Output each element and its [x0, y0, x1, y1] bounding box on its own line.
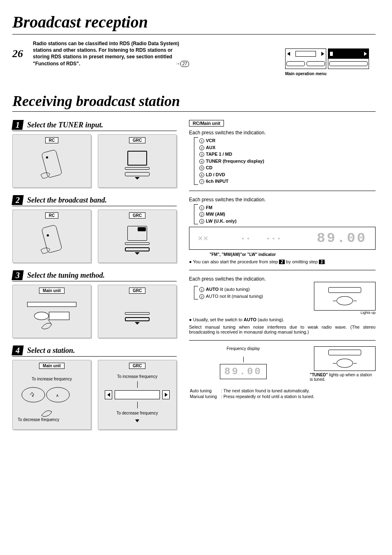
remote-icon — [33, 149, 70, 182]
band-cycle-list: 1FM 2MW (AM) 3LW (U.K. only) — [194, 204, 376, 225]
step-1-title: Select the TUNER input. — [27, 121, 103, 129]
page-number: 26 — [12, 40, 25, 76]
intro-text: Radio stations can be classified into RD… — [33, 40, 189, 76]
auto-note: ● Usually, set the switch to AUTO (auto … — [189, 317, 376, 322]
input-vcr: VCR — [206, 138, 215, 143]
svg-point-1 — [46, 156, 48, 159]
freq-lcd-value: 89.00 — [224, 366, 262, 377]
monitor-icon — [123, 151, 152, 180]
monitor-icon — [123, 226, 152, 256]
svg-rect-2 — [42, 224, 62, 253]
manual-note: Select manual tuning when noise interfer… — [189, 325, 376, 334]
press-switch-1: Each press switches the indication. — [189, 130, 376, 136]
svg-text:∨: ∨ — [31, 393, 34, 398]
panel-step4-mainunit: Main unit To increase frequency ∨ ∧ — [12, 360, 91, 430]
indicator-note: "FM", "MW(AM)"or "LW" indicator — [210, 252, 376, 257]
manual-label: Manual tuning — [190, 394, 220, 399]
unit-knob-icon — [15, 302, 88, 330]
main-menu-diagram: Main operation menu — [285, 40, 376, 76]
rocker-switch-icon: ∨ ∧ — [21, 385, 83, 405]
page-ref-icon: 27 — [180, 61, 189, 67]
panel-step3-mainunit: Main unit — [12, 285, 91, 338]
knob-icon — [337, 359, 353, 368]
step-4-number: 4 — [12, 345, 23, 355]
band-fm: FM — [206, 205, 212, 210]
label-grc: GRC — [129, 137, 145, 143]
step-3-title: Select the tuning method. — [27, 271, 105, 280]
press-switch-3: Each press switches the indication. — [189, 276, 376, 282]
remote-icon — [33, 224, 70, 257]
label-grc-2: GRC — [129, 212, 145, 219]
label-mainunit-2: Main unit — [39, 363, 65, 369]
lcd-display-band: ✕✕ ▪▪ ▪▪▪ 89.00 — [189, 227, 376, 250]
menu-panel-right — [328, 48, 369, 69]
svg-point-3 — [46, 234, 49, 237]
tuning-mode-list: 1AUTO lit (auto tuning) 2AUTO not lit (m… — [194, 286, 376, 299]
menu-caption: Main operation menu — [285, 71, 376, 76]
input-aux: AUX — [206, 145, 215, 150]
input-cycle-list: 1VCR 2AUX 3TAPE 1 / MD 4TUNER (frequency… — [194, 137, 376, 185]
tuned-note: "TUNED" lights up when a station is tune… — [310, 373, 376, 382]
panel-step4-grc: GRC To increase frequency To decrease fr… — [98, 360, 177, 430]
step-1-number: 1 — [12, 120, 23, 130]
press-switch-2: Each press switches the indication. — [189, 197, 376, 203]
intro-row: 26 Radio stations can be classified into… — [12, 40, 376, 76]
manual-desc: : Press repeatedly or hold until a stati… — [221, 394, 318, 399]
freq-display-caption: Frequency display — [189, 346, 297, 351]
tuning-table: Auto tuning : The next station found is … — [189, 387, 318, 400]
freq-display-block: Frequency display 89.00 — [189, 346, 297, 379]
lcd-dots: ▪▪ ▪▪▪ — [242, 235, 283, 242]
band-mw: MW (AM) — [206, 212, 225, 216]
input-6ch: 6ch INPUT — [206, 179, 228, 184]
omit-step-note: ● You can also start the procedure from … — [189, 259, 376, 264]
panel-step1-grc: GRC — [98, 134, 177, 188]
right-column: RC/Main unit Each press switches the ind… — [189, 117, 376, 437]
menu-panel-left — [285, 48, 326, 69]
step-4-title: Select a station. — [27, 346, 75, 355]
svg-rect-0 — [42, 149, 62, 177]
right-arrow-button[interactable] — [162, 390, 170, 399]
svg-text:∧: ∧ — [56, 393, 59, 398]
auto-label: Auto tuning — [190, 388, 220, 393]
step-3-number: 3 — [12, 270, 23, 280]
label-grc-3: GRC — [129, 288, 145, 294]
label-rc-2: RC — [45, 212, 58, 219]
left-arrow-button[interactable] — [105, 390, 112, 399]
page-title-sub: Receiving broadcast station — [12, 92, 376, 112]
input-tuner: TUNER (frequency display) — [206, 159, 264, 164]
left-column: 1 Select the TUNER input. RC GRC — [12, 117, 177, 437]
mode-manual: AUTO not lit (manual tuning) — [206, 294, 263, 299]
intro-text-body: Radio stations can be classified into RD… — [33, 41, 179, 67]
panel-step1-rc: RC — [12, 134, 91, 188]
input-cd: CD — [206, 165, 212, 170]
panel-step2-grc: GRC — [98, 210, 177, 263]
input-ld-dvd: LD / DVD — [206, 172, 225, 177]
panel-step2-rc: RC — [12, 210, 91, 263]
step-2-header: 2 Select the broadcast band. — [12, 195, 177, 206]
antenna-icon: ✕✕ — [198, 235, 208, 242]
auto-desc: : The next station found is tuned automa… — [221, 388, 318, 393]
step-1-header: 1 Select the TUNER input. — [12, 120, 177, 131]
label-grc-4: GRC — [129, 363, 145, 369]
panel-step3-grc: GRC — [98, 285, 177, 338]
step-2-title: Select the broadcast band. — [27, 196, 107, 205]
nav-arrows — [105, 390, 170, 399]
label-mainunit: Main unit — [39, 288, 65, 294]
lights-up-caption: Lights up — [189, 311, 376, 315]
lcd-freq: 89.00 — [317, 230, 367, 246]
label-rc: RC — [45, 137, 58, 143]
input-tape: TAPE 1 / MD — [206, 152, 232, 157]
band-lw: LW (U.K. only) — [206, 219, 237, 223]
tuned-block: "TUNED" lights up when a station is tune… — [310, 346, 376, 382]
monitor-icon — [123, 306, 152, 325]
step-3-header: 3 Select the tuning method. — [12, 270, 177, 281]
step-2-number: 2 — [12, 195, 23, 205]
caption-inc-left: To increase frequency — [32, 377, 72, 381]
caption-dec-right: To decrease frequency — [116, 411, 158, 415]
caption-inc-right: To increase frequency — [117, 374, 157, 379]
rc-mainunit-badge: RC/Main unit — [189, 120, 224, 127]
page-title-main: Broadcast reception — [12, 12, 376, 35]
caption-dec-left: To decrease frequency — [18, 417, 59, 422]
step-4-header: 4 Select a station. — [12, 345, 177, 357]
